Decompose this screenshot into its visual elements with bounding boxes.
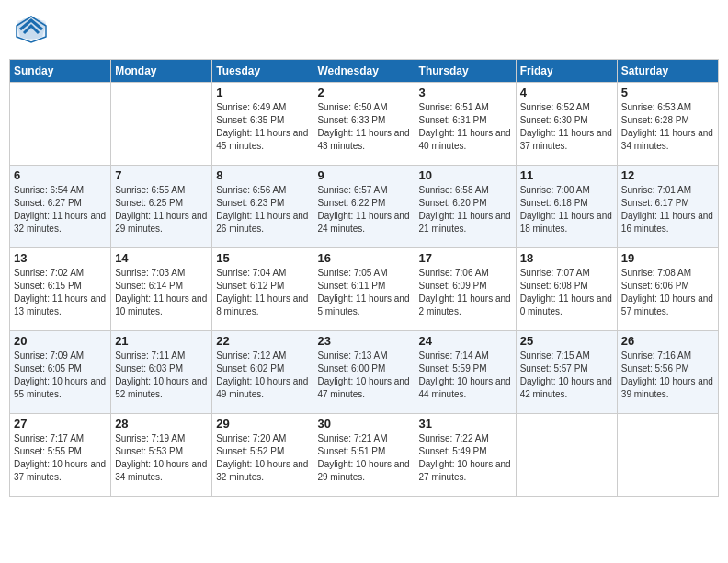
day-info: Sunrise: 7:19 AM Sunset: 5:53 PM Dayligh… <box>115 432 208 484</box>
day-info: Sunrise: 6:52 AM Sunset: 6:30 PM Dayligh… <box>520 101 613 153</box>
day-cell: 17Sunrise: 7:06 AM Sunset: 6:09 PM Dayli… <box>415 248 516 331</box>
header-saturday: Saturday <box>617 60 718 83</box>
day-number: 22 <box>216 334 309 348</box>
day-number: 17 <box>419 251 512 265</box>
day-cell: 16Sunrise: 7:05 AM Sunset: 6:11 PM Dayli… <box>313 248 415 331</box>
header <box>9 9 719 53</box>
day-cell: 11Sunrise: 7:00 AM Sunset: 6:18 PM Dayli… <box>516 166 617 248</box>
day-info: Sunrise: 6:56 AM Sunset: 6:23 PM Dayligh… <box>216 184 309 236</box>
day-info: Sunrise: 7:12 AM Sunset: 6:02 PM Dayligh… <box>216 350 309 401</box>
week-row-4: 20Sunrise: 7:09 AM Sunset: 6:05 PM Dayli… <box>10 331 719 414</box>
day-info: Sunrise: 7:06 AM Sunset: 6:09 PM Dayligh… <box>419 267 512 318</box>
day-number: 25 <box>520 334 613 348</box>
day-cell: 30Sunrise: 7:21 AM Sunset: 5:51 PM Dayli… <box>313 414 415 497</box>
day-info: Sunrise: 7:02 AM Sunset: 6:15 PM Dayligh… <box>14 267 107 318</box>
day-info: Sunrise: 7:08 AM Sunset: 6:06 PM Dayligh… <box>621 267 714 318</box>
day-cell <box>617 414 718 497</box>
day-cell: 20Sunrise: 7:09 AM Sunset: 6:05 PM Dayli… <box>10 331 111 414</box>
day-number: 6 <box>14 168 107 182</box>
header-sunday: Sunday <box>10 60 111 83</box>
week-row-3: 13Sunrise: 7:02 AM Sunset: 6:15 PM Dayli… <box>10 248 719 331</box>
day-cell: 8Sunrise: 6:56 AM Sunset: 6:23 PM Daylig… <box>212 166 313 248</box>
day-info: Sunrise: 7:05 AM Sunset: 6:11 PM Dayligh… <box>317 267 410 318</box>
day-info: Sunrise: 7:16 AM Sunset: 5:56 PM Dayligh… <box>621 350 714 401</box>
day-number: 5 <box>621 86 714 99</box>
day-cell <box>516 414 617 497</box>
day-cell: 29Sunrise: 7:20 AM Sunset: 5:52 PM Dayli… <box>212 414 313 497</box>
day-number: 15 <box>216 251 309 265</box>
day-number: 11 <box>520 168 613 182</box>
day-info: Sunrise: 6:50 AM Sunset: 6:33 PM Dayligh… <box>317 101 410 153</box>
day-cell: 24Sunrise: 7:14 AM Sunset: 5:59 PM Dayli… <box>415 331 516 414</box>
day-cell: 4Sunrise: 6:52 AM Sunset: 6:30 PM Daylig… <box>516 83 617 166</box>
day-number: 4 <box>520 86 613 99</box>
day-info: Sunrise: 7:00 AM Sunset: 6:18 PM Dayligh… <box>520 184 613 236</box>
day-cell: 28Sunrise: 7:19 AM Sunset: 5:53 PM Dayli… <box>111 414 212 497</box>
day-number: 27 <box>14 417 107 431</box>
day-cell: 23Sunrise: 7:13 AM Sunset: 6:00 PM Dayli… <box>313 331 415 414</box>
day-cell: 5Sunrise: 6:53 AM Sunset: 6:28 PM Daylig… <box>617 83 718 166</box>
day-cell: 12Sunrise: 7:01 AM Sunset: 6:17 PM Dayli… <box>617 166 718 248</box>
day-number: 2 <box>317 86 410 99</box>
day-number: 18 <box>520 251 613 265</box>
day-number: 3 <box>419 86 512 99</box>
day-number: 16 <box>317 251 410 265</box>
header-thursday: Thursday <box>415 60 516 83</box>
day-cell: 31Sunrise: 7:22 AM Sunset: 5:49 PM Dayli… <box>415 414 516 497</box>
day-cell: 2Sunrise: 6:50 AM Sunset: 6:33 PM Daylig… <box>313 83 415 166</box>
day-cell: 26Sunrise: 7:16 AM Sunset: 5:56 PM Dayli… <box>617 331 718 414</box>
day-number: 14 <box>115 251 208 265</box>
day-info: Sunrise: 6:53 AM Sunset: 6:28 PM Dayligh… <box>621 101 714 153</box>
day-number: 28 <box>115 417 208 431</box>
day-number: 12 <box>621 168 714 182</box>
day-number: 19 <box>621 251 714 265</box>
day-cell: 9Sunrise: 6:57 AM Sunset: 6:22 PM Daylig… <box>313 166 415 248</box>
day-cell: 25Sunrise: 7:15 AM Sunset: 5:57 PM Dayli… <box>516 331 617 414</box>
day-number: 1 <box>216 86 309 99</box>
header-friday: Friday <box>516 60 617 83</box>
day-number: 29 <box>216 417 309 431</box>
day-cell: 6Sunrise: 6:54 AM Sunset: 6:27 PM Daylig… <box>10 166 111 248</box>
day-number: 20 <box>14 334 107 348</box>
day-info: Sunrise: 7:11 AM Sunset: 6:03 PM Dayligh… <box>115 350 208 401</box>
day-info: Sunrise: 7:20 AM Sunset: 5:52 PM Dayligh… <box>216 432 309 484</box>
day-cell: 13Sunrise: 7:02 AM Sunset: 6:15 PM Dayli… <box>10 248 111 331</box>
day-cell: 15Sunrise: 7:04 AM Sunset: 6:12 PM Dayli… <box>212 248 313 331</box>
day-info: Sunrise: 6:58 AM Sunset: 6:20 PM Dayligh… <box>419 184 512 236</box>
day-cell: 21Sunrise: 7:11 AM Sunset: 6:03 PM Dayli… <box>111 331 212 414</box>
day-cell: 1Sunrise: 6:49 AM Sunset: 6:35 PM Daylig… <box>212 83 313 166</box>
day-info: Sunrise: 7:15 AM Sunset: 5:57 PM Dayligh… <box>520 350 613 401</box>
day-info: Sunrise: 6:57 AM Sunset: 6:22 PM Dayligh… <box>317 184 410 236</box>
logo <box>15 13 50 50</box>
day-info: Sunrise: 6:54 AM Sunset: 6:27 PM Dayligh… <box>14 184 107 236</box>
day-number: 9 <box>317 168 410 182</box>
day-info: Sunrise: 6:51 AM Sunset: 6:31 PM Dayligh… <box>419 101 512 153</box>
day-info: Sunrise: 7:07 AM Sunset: 6:08 PM Dayligh… <box>520 267 613 318</box>
header-tuesday: Tuesday <box>212 60 313 83</box>
day-cell: 19Sunrise: 7:08 AM Sunset: 6:06 PM Dayli… <box>617 248 718 331</box>
day-info: Sunrise: 7:14 AM Sunset: 5:59 PM Dayligh… <box>419 350 512 401</box>
day-cell: 22Sunrise: 7:12 AM Sunset: 6:02 PM Dayli… <box>212 331 313 414</box>
week-row-1: 1Sunrise: 6:49 AM Sunset: 6:35 PM Daylig… <box>10 83 719 166</box>
week-row-5: 27Sunrise: 7:17 AM Sunset: 5:55 PM Dayli… <box>10 414 719 497</box>
day-info: Sunrise: 7:01 AM Sunset: 6:17 PM Dayligh… <box>621 184 714 236</box>
day-number: 7 <box>115 168 208 182</box>
day-info: Sunrise: 7:21 AM Sunset: 5:51 PM Dayligh… <box>317 432 410 484</box>
day-cell: 7Sunrise: 6:55 AM Sunset: 6:25 PM Daylig… <box>111 166 212 248</box>
day-info: Sunrise: 6:49 AM Sunset: 6:35 PM Dayligh… <box>216 101 309 153</box>
day-info: Sunrise: 7:13 AM Sunset: 6:00 PM Dayligh… <box>317 350 410 401</box>
day-number: 13 <box>14 251 107 265</box>
day-info: Sunrise: 7:09 AM Sunset: 6:05 PM Dayligh… <box>14 350 107 401</box>
day-cell <box>10 83 111 166</box>
day-number: 23 <box>317 334 410 348</box>
day-cell: 3Sunrise: 6:51 AM Sunset: 6:31 PM Daylig… <box>415 83 516 166</box>
day-cell: 14Sunrise: 7:03 AM Sunset: 6:14 PM Dayli… <box>111 248 212 331</box>
day-number: 8 <box>216 168 309 182</box>
calendar-header-row: SundayMondayTuesdayWednesdayThursdayFrid… <box>10 60 719 83</box>
day-cell: 27Sunrise: 7:17 AM Sunset: 5:55 PM Dayli… <box>10 414 111 497</box>
day-number: 21 <box>115 334 208 348</box>
day-number: 10 <box>419 168 512 182</box>
day-info: Sunrise: 7:22 AM Sunset: 5:49 PM Dayligh… <box>419 432 512 484</box>
day-info: Sunrise: 6:55 AM Sunset: 6:25 PM Dayligh… <box>115 184 208 236</box>
day-info: Sunrise: 7:03 AM Sunset: 6:14 PM Dayligh… <box>115 267 208 318</box>
